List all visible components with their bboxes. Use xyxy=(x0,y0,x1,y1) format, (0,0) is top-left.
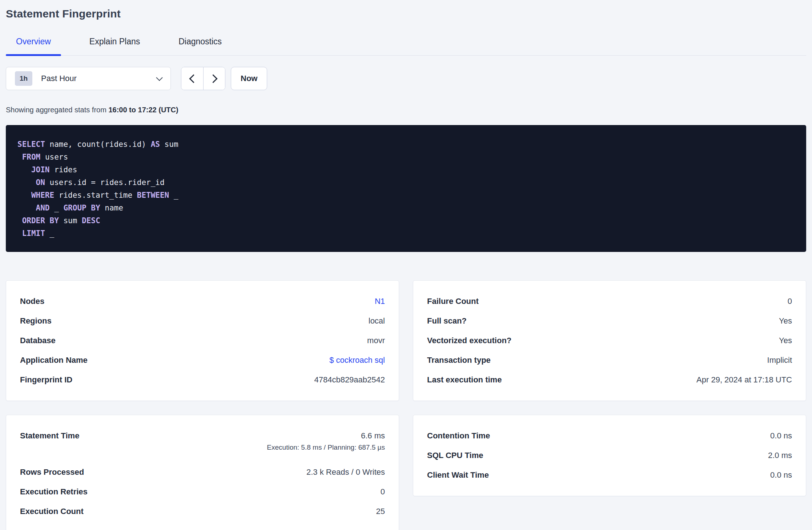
regions-value: local xyxy=(369,316,385,326)
previous-range-button[interactable] xyxy=(181,67,203,90)
row-execution-retries: Execution Retries 0 xyxy=(20,482,385,502)
application-name-link[interactable]: $ cockroach sql xyxy=(329,356,385,365)
tab-diagnostics[interactable]: Diagnostics xyxy=(168,36,232,55)
execution-count-value: 25 xyxy=(376,507,385,516)
sql-line: ORDER BY sum DESC xyxy=(17,214,795,227)
sql-line: ON users.id = rides.rider_id xyxy=(17,176,795,189)
statement-time-breakdown: Execution: 5.8 ms / Planning: 687.5 µs xyxy=(267,443,385,452)
row-label: Vectorized execution? xyxy=(427,336,511,345)
resource-times-card: Contention Time 0.0 ns SQL CPU Time 2.0 … xyxy=(413,415,806,496)
fingerprint-id-value: 4784cb829aab2542 xyxy=(314,375,385,385)
client-wait-time-value: 0.0 ns xyxy=(770,470,792,480)
aggregated-stats-prefix: Showing aggregated stats from xyxy=(6,106,108,114)
row-label: SQL CPU Time xyxy=(427,451,483,460)
vectorized-execution-value: Yes xyxy=(779,336,792,345)
time-range-label: Past Hour xyxy=(41,74,77,83)
row-rows-processed: Rows Processed 2.3 k Reads / 0 Writes xyxy=(20,462,385,482)
statement-time-value: 6.6 ms xyxy=(361,430,385,441)
row-application-name: Application Name $ cockroach sql xyxy=(20,350,385,370)
statement-fingerprint-page: Statement Fingerprint Overview Explain P… xyxy=(0,0,812,530)
chevron-right-icon xyxy=(209,74,217,83)
tab-overview-label: Overview xyxy=(16,37,51,46)
tab-overview[interactable]: Overview xyxy=(6,36,61,55)
row-label: Regions xyxy=(20,316,52,326)
time-range-dropdown[interactable]: 1h Past Hour xyxy=(6,67,171,90)
time-range-arrows xyxy=(181,67,225,90)
row-nodes: Nodes N1 xyxy=(20,292,385,311)
statement-time-values: 6.6 ms Execution: 5.8 ms / Planning: 687… xyxy=(267,430,385,452)
row-transaction-type: Transaction type Implicit xyxy=(427,350,792,370)
nodes-link[interactable]: N1 xyxy=(375,297,385,306)
row-failure-count: Failure Count 0 xyxy=(427,292,792,311)
row-regions: Regions local xyxy=(20,311,385,331)
row-client-wait-time: Client Wait Time 0.0 ns xyxy=(427,465,792,485)
row-label: Application Name xyxy=(20,356,88,365)
row-label: Transaction type xyxy=(427,356,491,365)
execution-attributes-card: Failure Count 0 Full scan? Yes Vectorize… xyxy=(413,280,806,401)
chevron-left-icon xyxy=(189,74,198,83)
row-label: Fingerprint ID xyxy=(20,375,72,385)
now-button[interactable]: Now xyxy=(231,67,267,90)
page-title: Statement Fingerprint xyxy=(6,0,806,20)
sql-statement-box: SELECT name, count(rides.id) AS sum FROM… xyxy=(6,125,806,252)
row-vectorized-execution: Vectorized execution? Yes xyxy=(427,331,792,350)
row-label: Execution Retries xyxy=(20,487,88,497)
row-database: Database movr xyxy=(20,331,385,350)
row-label: Client Wait Time xyxy=(427,470,489,480)
row-label: Database xyxy=(20,336,56,345)
row-label: Execution Count xyxy=(20,507,84,516)
failure-count-value: 0 xyxy=(788,297,792,306)
aggregated-stats-line: Showing aggregated stats from 16:00 to 1… xyxy=(6,106,806,114)
row-label: Statement Time xyxy=(20,430,79,441)
sql-line: WHERE rides.start_time BETWEEN _ xyxy=(17,189,795,202)
row-label: Last execution time xyxy=(427,375,502,385)
full-scan-value: Yes xyxy=(779,316,792,326)
aggregated-stats-range: 16:00 to 17:22 (UTC) xyxy=(108,106,178,114)
row-label: Rows Processed xyxy=(20,467,84,477)
rows-processed-value: 2.3 k Reads / 0 Writes xyxy=(306,467,385,477)
cards-grid: Nodes N1 Regions local Database movr App… xyxy=(6,280,806,530)
row-fingerprint-id: Fingerprint ID 4784cb829aab2542 xyxy=(20,370,385,390)
row-label: Full scan? xyxy=(427,316,467,326)
next-range-button[interactable] xyxy=(203,67,225,90)
tab-bar: Overview Explain Plans Diagnostics xyxy=(6,36,806,56)
sql-line: AND _ GROUP BY name xyxy=(17,202,795,214)
tab-diagnostics-label: Diagnostics xyxy=(178,37,222,46)
overview-details-card: Nodes N1 Regions local Database movr App… xyxy=(6,280,399,401)
transaction-type-value: Implicit xyxy=(767,356,792,365)
database-value: movr xyxy=(367,336,385,345)
row-label: Failure Count xyxy=(427,297,479,306)
sql-line: LIMIT _ xyxy=(17,227,795,240)
row-sql-cpu-time: SQL CPU Time 2.0 ms xyxy=(427,446,792,465)
row-execution-count: Execution Count 25 xyxy=(20,502,385,521)
execution-retries-value: 0 xyxy=(381,487,385,497)
row-statement-time: Statement Time 6.6 ms Execution: 5.8 ms … xyxy=(20,426,385,462)
last-execution-time-value: Apr 29, 2024 at 17:18 UTC xyxy=(696,375,792,385)
sql-line: SELECT name, count(rides.id) AS sum xyxy=(17,138,795,151)
row-last-execution-time: Last execution time Apr 29, 2024 at 17:1… xyxy=(427,370,792,390)
sql-line: FROM users xyxy=(17,151,795,164)
contention-time-value: 0.0 ns xyxy=(770,431,792,441)
chevron-down-icon xyxy=(156,74,162,81)
sql-cpu-time-value: 2.0 ms xyxy=(768,451,792,460)
time-controls: 1h Past Hour Now xyxy=(6,67,806,90)
sql-line: JOIN rides xyxy=(17,164,795,176)
row-label: Nodes xyxy=(20,297,44,306)
row-label: Contention Time xyxy=(427,431,490,441)
statement-times-card: Statement Time 6.6 ms Execution: 5.8 ms … xyxy=(6,415,399,530)
interval-badge: 1h xyxy=(15,71,32,86)
tab-explain-plans[interactable]: Explain Plans xyxy=(79,36,150,55)
row-contention-time: Contention Time 0.0 ns xyxy=(427,426,792,446)
row-full-scan: Full scan? Yes xyxy=(427,311,792,331)
tab-explain-plans-label: Explain Plans xyxy=(89,37,140,46)
